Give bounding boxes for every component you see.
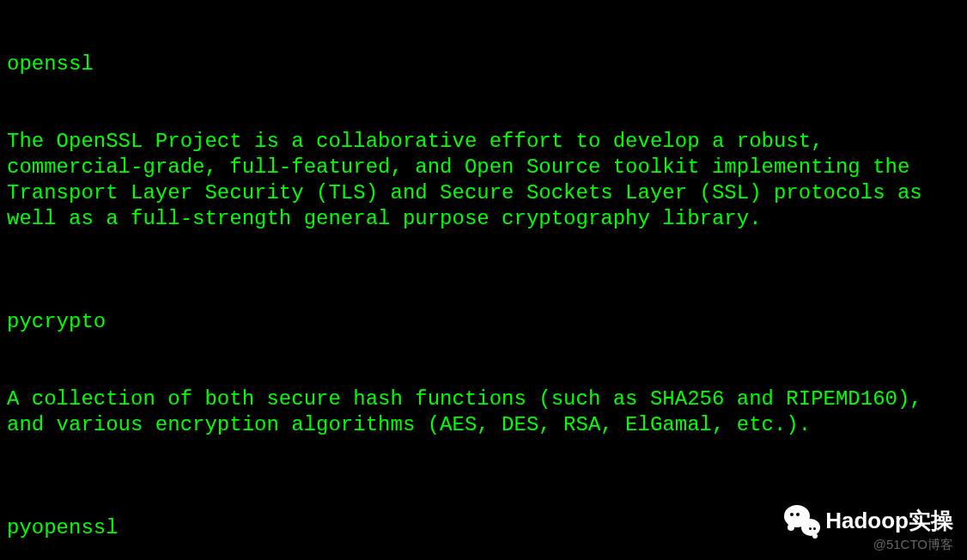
package-title-pycrypto: pycrypto (7, 309, 960, 335)
watermark: Hadoop实操 (784, 505, 953, 536)
terminal-output: openssl The OpenSSL Project is a collabo… (7, 0, 960, 560)
package-title-openssl: openssl (7, 52, 960, 77)
watermark-text: Hadoop实操 (825, 507, 953, 535)
package-desc-pycrypto: A collection of both secure hash functio… (7, 387, 960, 438)
copyright-text: @51CTO博客 (873, 537, 953, 553)
package-desc-openssl: The OpenSSL Project is a collaborative e… (7, 129, 960, 232)
wechat-icon (784, 505, 820, 536)
